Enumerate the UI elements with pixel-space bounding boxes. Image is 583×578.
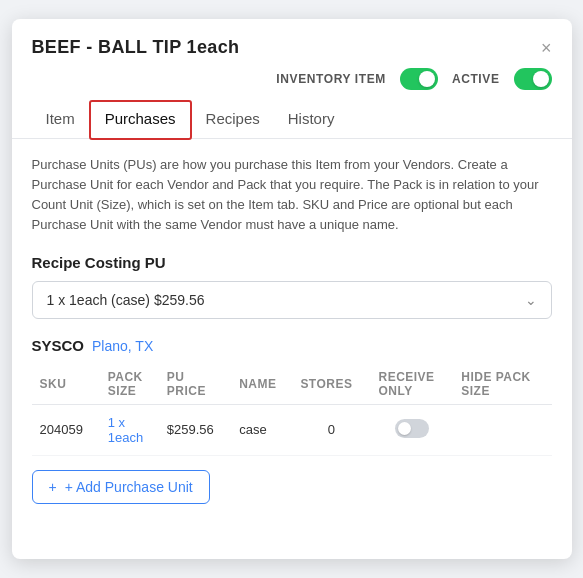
cell-stores: 0: [292, 404, 370, 455]
cell-pack-size: 1 x1each: [100, 404, 159, 455]
pack-size-link[interactable]: 1 x1each: [108, 415, 143, 445]
modal-header: BEEF - BALL TIP 1each ×: [12, 19, 572, 68]
vendor-section: SYSCO Plano, TX SKU PACKSIZE PUPRICE NAM…: [32, 337, 552, 504]
recipe-costing-title: Recipe Costing PU: [32, 254, 552, 271]
active-thumb: [533, 71, 549, 87]
receive-only-thumb: [398, 422, 411, 435]
description-text: Purchase Units (PUs) are how you purchas…: [32, 155, 552, 236]
cell-receive-only: [371, 404, 454, 455]
vendor-name: SYSCO: [32, 337, 85, 354]
col-receive-only: RECEIVEONLY: [371, 364, 454, 405]
vendor-header: SYSCO Plano, TX: [32, 337, 552, 354]
col-pu-price: PUPRICE: [159, 364, 231, 405]
cell-name: case: [231, 404, 292, 455]
content: Purchase Units (PUs) are how you purchas…: [12, 139, 572, 520]
receive-only-toggle[interactable]: [395, 419, 429, 438]
chevron-down-icon: ⌄: [525, 292, 537, 308]
cell-pu-price: $259.56: [159, 404, 231, 455]
col-name: NAME: [231, 364, 292, 405]
add-icon: +: [49, 479, 57, 495]
modal-title: BEEF - BALL TIP 1each: [32, 37, 240, 58]
toggles-row: INVENTORY ITEM ACTIVE: [12, 68, 572, 100]
tab-history[interactable]: History: [274, 100, 349, 139]
modal: BEEF - BALL TIP 1each × INVENTORY ITEM A…: [12, 19, 572, 559]
close-button[interactable]: ×: [541, 39, 552, 57]
add-purchase-unit-button[interactable]: + + Add Purchase Unit: [32, 470, 210, 504]
table-body: 204059 1 x1each $259.56 case 0: [32, 404, 552, 455]
tab-recipes[interactable]: Recipes: [192, 100, 274, 139]
active-label: ACTIVE: [452, 72, 500, 86]
purchase-units-table: SKU PACKSIZE PUPRICE NAME STORES RECEIVE…: [32, 364, 552, 456]
inventory-item-label: INVENTORY ITEM: [276, 72, 386, 86]
table-header-row: SKU PACKSIZE PUPRICE NAME STORES RECEIVE…: [32, 364, 552, 405]
tab-item[interactable]: Item: [32, 100, 89, 139]
cell-sku: 204059: [32, 404, 100, 455]
col-pack-size: PACKSIZE: [100, 364, 159, 405]
tabs: Item Purchases Recipes History: [12, 100, 572, 139]
inventory-item-toggle[interactable]: [400, 68, 438, 90]
add-button-label: + Add Purchase Unit: [63, 479, 193, 495]
col-stores: STORES: [292, 364, 370, 405]
recipe-costing-section: Recipe Costing PU 1 x 1each (case) $259.…: [32, 254, 552, 319]
table-head: SKU PACKSIZE PUPRICE NAME STORES RECEIVE…: [32, 364, 552, 405]
inventory-item-thumb: [419, 71, 435, 87]
table-row: 204059 1 x1each $259.56 case 0: [32, 404, 552, 455]
active-toggle[interactable]: [514, 68, 552, 90]
vendor-location: Plano, TX: [92, 338, 153, 354]
col-sku: SKU: [32, 364, 100, 405]
tab-purchases[interactable]: Purchases: [89, 100, 192, 140]
col-hide-pack-size: HIDE PACKSIZE: [453, 364, 551, 405]
dropdown-value: 1 x 1each (case) $259.56: [47, 292, 205, 308]
cell-hide-pack-size: [453, 404, 551, 455]
recipe-costing-dropdown[interactable]: 1 x 1each (case) $259.56 ⌄: [32, 281, 552, 319]
